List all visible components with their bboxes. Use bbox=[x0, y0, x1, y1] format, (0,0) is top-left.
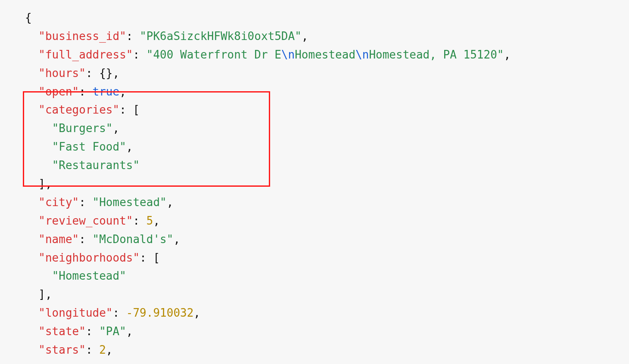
val-review_count: 5 bbox=[146, 214, 153, 227]
val-categories-2: "Restaurants" bbox=[52, 159, 140, 172]
escape-n-1: \n bbox=[281, 48, 295, 61]
escape-n-2: \n bbox=[355, 48, 369, 61]
key-longitude: "longitude" bbox=[38, 306, 112, 319]
key-neighborhoods: "neighborhoods" bbox=[38, 251, 140, 264]
key-categories: "categories" bbox=[38, 103, 119, 116]
val-hours: {} bbox=[99, 67, 112, 80]
key-hours: "hours" bbox=[38, 67, 86, 80]
key-open: "open" bbox=[38, 85, 79, 98]
val-longitude: -79.910032 bbox=[126, 306, 194, 319]
val-city: "Homestead" bbox=[93, 196, 167, 209]
val-categories-1: "Fast Food" bbox=[52, 140, 126, 153]
key-stars: "stars" bbox=[38, 343, 86, 356]
brace-open: { bbox=[25, 11, 32, 24]
val-stars: 2 bbox=[99, 343, 106, 356]
key-state: "state" bbox=[38, 325, 86, 338]
val-name: "McDonald's" bbox=[93, 233, 174, 246]
key-review_count: "review_count" bbox=[38, 214, 133, 227]
key-business_id: "business_id" bbox=[38, 30, 126, 43]
val-business_id: "PK6aSizckHFWk8i0oxt5DA" bbox=[140, 30, 302, 43]
val-full_address-p3: Homestead, PA 15120" bbox=[369, 48, 504, 61]
val-full_address-p1: "400 Waterfront Dr E bbox=[146, 48, 281, 61]
val-full_address-p2: Homestead bbox=[295, 48, 355, 61]
val-neighborhoods-0: "Homestead" bbox=[52, 269, 126, 282]
code-pre: { "business_id": "PK6aSizckHFWk8i0oxt5DA… bbox=[25, 9, 629, 359]
key-full_address: "full_address" bbox=[38, 48, 133, 61]
key-name: "name" bbox=[38, 233, 79, 246]
val-state: "PA" bbox=[99, 325, 126, 338]
json-code-block: { "business_id": "PK6aSizckHFWk8i0oxt5DA… bbox=[25, 9, 629, 359]
key-city: "city" bbox=[38, 196, 79, 209]
val-categories-0: "Burgers" bbox=[52, 122, 113, 135]
val-open: true bbox=[93, 85, 120, 98]
